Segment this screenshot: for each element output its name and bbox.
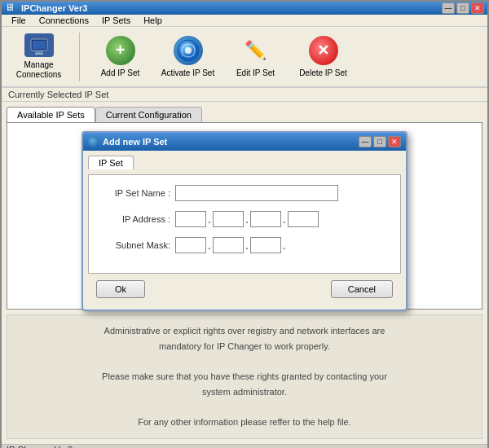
title-bar-controls: — □ ✕: [442, 2, 484, 14]
toolbar-activate-ip-set[interactable]: Activate IP Set: [157, 30, 218, 83]
dialog-maximize-button[interactable]: □: [373, 136, 386, 147]
menu-help[interactable]: Help: [137, 15, 169, 26]
manage-connections-icon: [24, 33, 54, 57]
tab-bar: Available IP Sets Current Configuration: [7, 107, 482, 122]
app-window: 🖥 IPChanger Ver3 — □ ✕ File Connections …: [0, 0, 489, 448]
info-line-3: [24, 354, 465, 369]
ip-set-name-label: IP Set Name :: [97, 188, 170, 198]
add-ip-set-dialog: Add new IP Set — □ ✕ IP Set: [82, 131, 408, 311]
menu-ip-sets[interactable]: IP Sets: [95, 15, 137, 26]
dialog-inner: IP Set Name : IP Address : . .: [88, 174, 401, 274]
toolbar-manage-connections[interactable]: Manage Connections: [8, 30, 69, 83]
tab-content: Add new IP Set — □ ✕ IP Set: [7, 122, 482, 310]
ip-dot-2: .: [245, 213, 249, 226]
ok-button[interactable]: Ok: [96, 280, 145, 298]
info-line-4: Please make sure that you have these rig…: [24, 369, 465, 384]
title-bar-title: IPChanger Ver3: [21, 3, 87, 13]
toolbar: Manage Connections + Add IP Set: [2, 27, 487, 88]
cancel-button[interactable]: Cancel: [331, 280, 393, 298]
info-line-6: [24, 399, 465, 415]
form-row-subnet-mask: Subnet Mask: . . .: [97, 237, 392, 253]
subnet-dot-2: .: [245, 239, 249, 252]
edit-ip-set-label: Edit IP Set: [236, 68, 275, 78]
toolbar-add-ip-set[interactable]: + Add IP Set: [90, 30, 151, 83]
info-line-7: For any other information please reffer …: [24, 415, 465, 430]
manage-connections-label: Manage Connections: [11, 60, 66, 80]
dialog-minimize-button[interactable]: —: [359, 136, 372, 147]
app-icon: 🖥: [5, 2, 18, 15]
main-content: Available IP Sets Current Configuration …: [2, 102, 487, 444]
minimize-button[interactable]: —: [442, 2, 455, 14]
add-ip-set-label: Add IP Set: [101, 68, 140, 78]
maximize-button[interactable]: □: [456, 2, 469, 14]
ip-set-name-input[interactable]: [175, 185, 338, 201]
subnet-mask-label: Subnet Mask:: [97, 240, 170, 250]
info-line-2: mandatory for IP Changer to work properl…: [24, 339, 465, 354]
ip-address-label: IP Address :: [97, 214, 170, 224]
info-line-1: Administrative or explicit rights over r…: [24, 323, 465, 339]
dialog-tab-ip-set[interactable]: IP Set: [88, 156, 134, 169]
edit-ip-set-icon: ✏️: [241, 36, 271, 65]
subnet-octet-3[interactable]: [250, 237, 281, 253]
activate-ip-set-icon: [174, 36, 203, 65]
info-panel: Administrative or explicit rights over r…: [7, 314, 482, 439]
subnet-octet-2[interactable]: [213, 237, 244, 253]
dialog-controls: — □ ✕: [359, 136, 401, 147]
ip-dot-1: .: [208, 213, 211, 226]
bottom-status-text: IP Changer Ver3: [7, 445, 73, 448]
delete-ip-set-icon: ✕: [309, 36, 338, 65]
dialog-body: IP Set IP Set Name : IP Address :: [83, 151, 406, 310]
tab-current-configuration[interactable]: Current Configuration: [95, 107, 202, 122]
tab-available-ip-sets[interactable]: Available IP Sets: [7, 107, 95, 122]
dialog-title-text: Add new IP Set: [103, 137, 167, 147]
ip-address-fields: . . .: [175, 211, 319, 227]
close-button[interactable]: ✕: [471, 2, 484, 14]
dialog-title-left: Add new IP Set: [88, 136, 167, 147]
dialog-tab-bar: IP Set: [88, 156, 401, 169]
bottom-status-bar: IP Changer Ver3: [2, 444, 487, 448]
dialog-overlay: Add new IP Set — □ ✕ IP Set: [7, 123, 482, 309]
title-bar: 🖥 IPChanger Ver3 — □ ✕: [2, 2, 487, 15]
ip-address-octet-2[interactable]: [213, 211, 244, 227]
toolbar-delete-ip-set[interactable]: ✕ Delete IP Set: [293, 30, 354, 83]
form-row-ip-address: IP Address : . . .: [97, 211, 392, 227]
toolbar-sep-1: [79, 33, 80, 81]
toolbar-edit-ip-set[interactable]: ✏️ Edit IP Set: [225, 30, 286, 83]
dialog-buttons: Ok Cancel: [88, 274, 401, 305]
svg-point-5: [185, 47, 192, 54]
info-line-5: system administrator.: [24, 384, 465, 400]
menu-bar: File Connections IP Sets Help: [2, 15, 487, 27]
dialog-title-icon: [88, 136, 99, 147]
menu-connections[interactable]: Connections: [33, 15, 95, 26]
activate-ip-set-label: Activate IP Set: [161, 68, 214, 78]
ip-dot-3: .: [283, 213, 286, 226]
svg-rect-1: [33, 41, 46, 49]
title-bar-left: 🖥 IPChanger Ver3: [5, 2, 87, 15]
status-label: Currently Selected IP Set: [2, 88, 487, 102]
menu-file[interactable]: File: [5, 15, 33, 26]
add-ip-set-icon: +: [106, 36, 135, 65]
delete-ip-set-label: Delete IP Set: [299, 68, 347, 78]
ip-address-octet-1[interactable]: [175, 211, 206, 227]
dialog-close-button[interactable]: ✕: [388, 136, 401, 147]
ip-address-octet-3[interactable]: [250, 211, 281, 227]
ip-address-octet-4[interactable]: [288, 211, 319, 227]
subnet-dot-1: .: [208, 239, 211, 252]
subnet-dot-3: .: [283, 239, 286, 252]
form-row-ip-set-name: IP Set Name :: [97, 185, 392, 201]
subnet-octet-1[interactable]: [175, 237, 206, 253]
subnet-mask-fields: . . .: [175, 237, 319, 253]
dialog-title-bar: Add new IP Set — □ ✕: [83, 133, 406, 151]
